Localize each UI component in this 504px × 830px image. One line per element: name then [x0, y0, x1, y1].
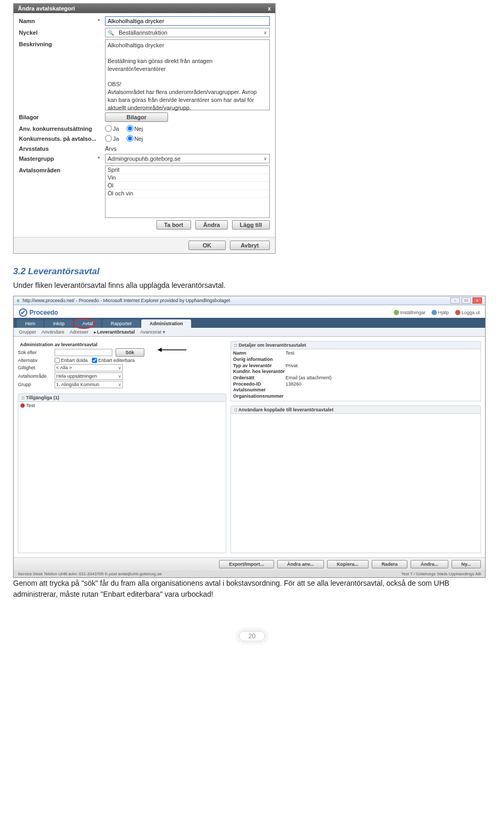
- minimize-icon[interactable]: –: [450, 297, 460, 304]
- avtalsomraden-list[interactable]: Sprit Vin Öl Öl och vin: [105, 165, 270, 218]
- andra-anv-button[interactable]: Ändra anv...: [277, 560, 324, 568]
- maximize-icon[interactable]: ▭: [461, 297, 471, 304]
- search-input[interactable]: [55, 349, 112, 356]
- bilagor-button[interactable]: Bilagor: [105, 112, 168, 122]
- help-icon: [432, 310, 437, 315]
- radera-button[interactable]: Radera: [372, 560, 408, 568]
- detaljer-header: :: Detaljer om leverantörsavtalet: [230, 341, 481, 349]
- tab-inkop[interactable]: Inköp: [45, 319, 73, 328]
- ie-icon: e: [17, 298, 19, 303]
- avtalsomrade-label: Avtalsområde: [18, 374, 55, 379]
- list-item[interactable]: Sprit: [106, 166, 269, 174]
- page-number: 20: [239, 631, 265, 641]
- required-icon: *: [98, 16, 105, 24]
- settings-link[interactable]: Inställningar: [394, 310, 426, 315]
- grupp-label: Grupp: [18, 382, 55, 387]
- status-right: Test T / Göteborgs Stads Upphandlings AB: [401, 572, 481, 576]
- master-select[interactable]: Admingroupuhb.goteborg.se ∨: [105, 154, 270, 163]
- sokefter-label: Sök efter: [18, 350, 55, 355]
- chevron-down-icon: ∨: [264, 156, 267, 161]
- tillgangliga-list[interactable]: Test: [18, 402, 226, 553]
- ny-button[interactable]: Ny...: [452, 560, 481, 568]
- list-item[interactable]: Öl: [106, 182, 269, 190]
- grupp-select[interactable]: 1. Alingsås Kommun∨: [55, 381, 123, 388]
- tabort-button[interactable]: Ta bort: [156, 220, 191, 230]
- giltighet-select[interactable]: < Alla >∨: [55, 364, 123, 371]
- anv-nej-radio[interactable]: Nej: [127, 125, 143, 132]
- alternativ-label: Alternativ: [18, 358, 55, 363]
- konk-ja-radio[interactable]: Ja: [105, 135, 119, 142]
- admin-footer: Export/Import... Ändra anv... Kopiera...…: [14, 557, 485, 570]
- sub-nav: Grupper Användare Adresser Leverantörsav…: [14, 328, 485, 337]
- logout-link[interactable]: Logga ut: [455, 310, 480, 315]
- gear-icon: [394, 310, 399, 315]
- master-label: Mastergrupp: [19, 154, 98, 162]
- dialog-titlebar: Ändra avtalskategori x: [14, 4, 275, 13]
- giltighet-label: Giltighet: [18, 365, 55, 370]
- subnav-grupper[interactable]: Grupper: [19, 329, 36, 335]
- subnav-leverantorsavtal[interactable]: Leverantörsavtal: [94, 329, 135, 335]
- beskrivning-textarea[interactable]: Alkoholhaltiga drycker Beställning kan g…: [105, 39, 270, 110]
- nyckel-label: Nyckel: [19, 28, 98, 36]
- anvandare-list: [230, 414, 481, 554]
- anv-konk-label: Anv. konkurrensutsättning: [19, 124, 98, 132]
- subnav-avancerat[interactable]: Avancerat ▾: [140, 329, 165, 335]
- paragraph: Genom att trycka på "sök" får du fram al…: [13, 578, 491, 599]
- nyckel-value: Beställarinstruktion: [119, 29, 167, 36]
- detail-list: NamnTest Övrig information Typ av levera…: [233, 350, 478, 400]
- tab-avtal[interactable]: Avtal: [74, 319, 101, 328]
- chevron-down-icon: ∨: [118, 374, 121, 379]
- status-left: Service Desk Telefon UHB adm: 031-334370…: [18, 572, 162, 576]
- kopiera-button[interactable]: Kopiera...: [327, 560, 369, 568]
- close-icon[interactable]: x: [472, 297, 482, 304]
- dialog-title: Ändra avtalskategori: [18, 5, 75, 12]
- subnav-adresser[interactable]: Adresser: [70, 329, 89, 335]
- url-text: http://www.proceedo.net/ - Proceedo - Mi…: [23, 298, 230, 303]
- list-item[interactable]: Vin: [106, 174, 269, 182]
- beskrivning-label: Beskrivning: [19, 39, 98, 47]
- laggtill-button[interactable]: Lägg till: [232, 220, 270, 230]
- required-icon: *: [98, 154, 105, 162]
- namn-input[interactable]: [105, 16, 270, 26]
- tab-rapporter[interactable]: Rapporter: [102, 319, 140, 328]
- arv-label: Arvsstatus: [19, 144, 98, 152]
- arrow-annotation-icon: [158, 349, 189, 350]
- search-icon: 🔍: [108, 30, 114, 36]
- enbart-dolda-checkbox[interactable]: Enbart dolda: [55, 358, 88, 363]
- avtalsomrade-select[interactable]: Hela uppsättningen∨: [55, 372, 123, 380]
- subnav-anvandare[interactable]: Användare: [41, 329, 65, 335]
- chevron-down-icon: ∨: [118, 382, 121, 387]
- andra-button[interactable]: Ändra: [195, 220, 228, 230]
- tab-administration[interactable]: Administration: [141, 319, 192, 328]
- list-item[interactable]: Test: [20, 403, 224, 408]
- nyckel-select[interactable]: 🔍 Beställarinstruktion ∨: [105, 28, 270, 37]
- konk-label: Konkurrensuts. på avtalso...: [19, 134, 98, 142]
- anvandare-kopplade-header: :: Användare kopplade till leverantörsav…: [230, 406, 481, 414]
- namn-label: Namn: [19, 16, 98, 24]
- help-link[interactable]: Hjälp: [432, 310, 449, 315]
- admin-window: e http://www.proceedo.net/ - Proceedo - …: [13, 296, 486, 578]
- master-value: Admingroupuhb.goteborg.se: [108, 155, 181, 162]
- main-tabs: Hem Inköp Avtal Rapporter Administration: [14, 318, 485, 328]
- tillgangliga-header: :: Tillgängliga (1): [18, 393, 226, 402]
- status-bar: Service Desk Telefon UHB adm: 031-334370…: [14, 570, 485, 577]
- enbart-editerbara-checkbox[interactable]: Enbart editerbara: [92, 358, 135, 363]
- omraden-label: Avtalsområden: [19, 165, 98, 173]
- proceedo-logo: ✔ Proceedo: [19, 308, 58, 317]
- tab-hem[interactable]: Hem: [17, 319, 44, 328]
- section-heading: 3.2 Leverantörsavtal: [13, 266, 491, 277]
- chevron-down-icon: ∨: [118, 366, 121, 370]
- bilagor-label: Bilagor: [19, 112, 98, 120]
- avbryt-button[interactable]: Avbryt: [230, 241, 270, 250]
- andra2-button[interactable]: Ändra...: [411, 560, 448, 568]
- konk-nej-radio[interactable]: Nej: [127, 135, 143, 142]
- anv-ja-radio[interactable]: Ja: [105, 125, 119, 132]
- edit-category-dialog: Ändra avtalskategori x Namn * Nyckel 🔍 B…: [13, 3, 276, 254]
- paragraph: Under fliken leverantörsavtal finns alla…: [13, 280, 491, 290]
- sok-button[interactable]: Sök: [116, 348, 144, 357]
- close-icon[interactable]: x: [268, 5, 271, 12]
- svg-marker-1: [158, 348, 162, 352]
- list-item[interactable]: Öl och vin: [106, 190, 269, 198]
- ok-button[interactable]: OK: [188, 241, 226, 250]
- export-import-button[interactable]: Export/Import...: [219, 560, 274, 568]
